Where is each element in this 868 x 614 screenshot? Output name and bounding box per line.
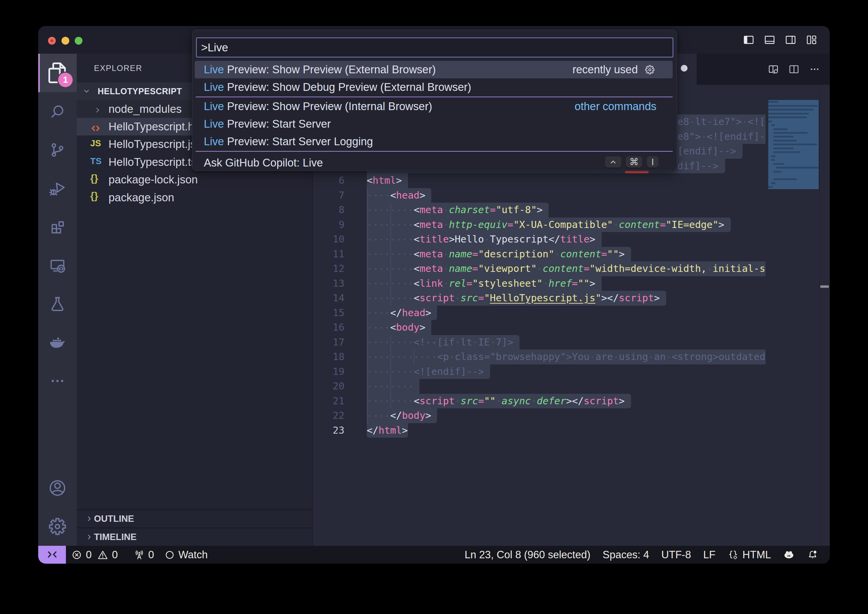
whitespace-dot — [390, 232, 396, 247]
minimap-line — [771, 155, 775, 157]
chevron-right-icon — [93, 104, 102, 117]
command-item-4[interactable]: Live Preview: Start Server — [195, 115, 673, 133]
whitespace-dot — [742, 115, 748, 129]
activity-item-testing[interactable] — [38, 285, 77, 323]
token-comment: IE — [478, 336, 490, 348]
line-number: 7 — [313, 188, 344, 203]
configure-keybinding-gear-icon[interactable] — [645, 65, 655, 75]
status-language-mode[interactable]: HTML — [728, 549, 771, 561]
line-number: 8 — [313, 203, 344, 217]
minimize-button[interactable] — [62, 37, 69, 45]
whitespace-dot — [372, 335, 378, 350]
whitespace-dot — [402, 203, 408, 217]
whitespace-dot — [390, 261, 396, 276]
close-button[interactable] — [48, 37, 56, 45]
section-timeline[interactable]: TIMELINE — [77, 527, 312, 546]
overview-ruler[interactable] — [819, 85, 830, 546]
minimap[interactable] — [768, 85, 819, 546]
whitespace-dot — [390, 247, 396, 262]
whitespace-dot — [372, 291, 378, 305]
status-encoding[interactable]: UTF-8 — [661, 549, 691, 561]
activity-item-source-control[interactable] — [38, 131, 77, 169]
layout-customize-icon[interactable] — [806, 34, 818, 46]
token-tag: meta — [420, 219, 443, 230]
whitespace-dot — [384, 379, 390, 394]
command-label: Live Preview: Start Server — [204, 118, 331, 130]
split-horizontal-icon[interactable] — [788, 64, 800, 75]
whitespace-dot — [408, 291, 414, 305]
whitespace-dot — [707, 261, 712, 276]
token-punctuation: </ — [390, 410, 402, 421]
ellipsis-icon[interactable] — [809, 64, 820, 75]
code-line-20 — [367, 379, 414, 394]
whitespace-dot — [390, 394, 396, 409]
activity-item-search[interactable] — [38, 92, 77, 131]
activity-item-explorer[interactable]: 1 — [38, 54, 77, 92]
token-tag: meta — [420, 248, 443, 260]
token-punctuation: < — [414, 292, 420, 304]
activity-item-remote-explorer[interactable] — [38, 246, 77, 285]
token-punctuation: > — [619, 395, 625, 407]
zoom-button[interactable] — [75, 37, 82, 45]
tree-item-package.json[interactable]: {}package.json — [77, 188, 312, 206]
tab-modified-dot[interactable] — [681, 65, 688, 71]
token-punctuation: < — [390, 189, 396, 201]
minimap-line — [771, 124, 775, 126]
code-line-7: <head> — [367, 188, 425, 203]
command-input[interactable]: >Live — [196, 37, 673, 57]
status-notifications[interactable] — [807, 549, 818, 561]
token-punctuation: </ — [549, 233, 560, 245]
command-item-2[interactable]: Live Preview: Show Debug Preview (Extern… — [195, 78, 673, 96]
status-eol[interactable]: LF — [703, 549, 715, 561]
command-item-3[interactable]: Live Preview: Show Preview (Internal Bro… — [195, 98, 673, 115]
match-highlight: Live — [204, 100, 224, 112]
activity-item-extensions[interactable] — [38, 208, 77, 246]
command-item-1[interactable]: Live Preview: Show Preview (External Bro… — [195, 61, 673, 78]
token-attribute: charset — [449, 204, 490, 216]
layout-panel-icon[interactable] — [764, 34, 776, 46]
token-punctuation: > — [537, 204, 543, 216]
activity-item-manage[interactable] — [38, 507, 77, 546]
token-punctuation: < — [367, 175, 372, 186]
token-punctuation: </ — [607, 292, 619, 304]
layout-sidebar-left-icon[interactable] — [743, 34, 755, 46]
file-label: HelloTypescript.js — [109, 138, 196, 150]
token-comment: 7]> — [496, 336, 513, 348]
status-problems[interactable]: 00 — [71, 549, 118, 561]
status-copilot[interactable] — [783, 549, 795, 561]
command-item-5[interactable]: Live Preview: Start Server Logging — [195, 133, 673, 150]
whitespace-dot — [408, 217, 414, 233]
token-attribute: defer — [537, 395, 566, 407]
activity-item-accounts[interactable] — [38, 469, 77, 507]
minimap-line — [773, 147, 793, 149]
whitespace-dot — [396, 350, 402, 364]
activity-item-additional-views[interactable] — [38, 362, 77, 400]
status-indentation[interactable]: Spaces: 4 — [603, 549, 649, 561]
status-ports[interactable]: 0 — [134, 549, 154, 561]
whitespace-dot — [367, 305, 372, 321]
line-number: 21 — [313, 394, 344, 409]
whitespace-dot — [408, 261, 414, 276]
whitespace-dot — [443, 203, 449, 217]
layout-sidebar-right-icon[interactable] — [784, 34, 797, 46]
whitespace-dot — [372, 276, 378, 291]
section-outline[interactable]: OUTLINE — [77, 509, 312, 527]
command-label: Live Preview: Show Debug Preview (Extern… — [204, 81, 471, 93]
token-string: "IE=edge" — [666, 219, 718, 230]
token-comment: <![endif]--> — [414, 366, 484, 377]
minimap-line — [773, 171, 781, 172]
activity-item-run-and-debug[interactable] — [38, 169, 77, 208]
token-tag: = — [601, 248, 607, 260]
tree-item-package-lock.json[interactable]: {}package-lock.json — [77, 171, 312, 188]
status-cursor-position[interactable]: Ln 23, Col 8 (960 selected) — [464, 549, 590, 561]
token-punctuation: < — [390, 321, 396, 333]
activity-item-docker[interactable] — [38, 323, 77, 362]
whitespace-dot — [648, 350, 654, 364]
remote-indicator[interactable] — [38, 546, 66, 564]
open-preview-icon[interactable] — [768, 64, 779, 75]
status-watch[interactable]: Watch — [164, 549, 208, 561]
token-attribute: http-equiv — [449, 219, 507, 230]
whitespace-dot — [367, 203, 372, 217]
command-item-6[interactable]: Ask GitHub Copilot: Live — [195, 154, 673, 172]
other-commands-link[interactable]: other commands — [575, 100, 656, 113]
